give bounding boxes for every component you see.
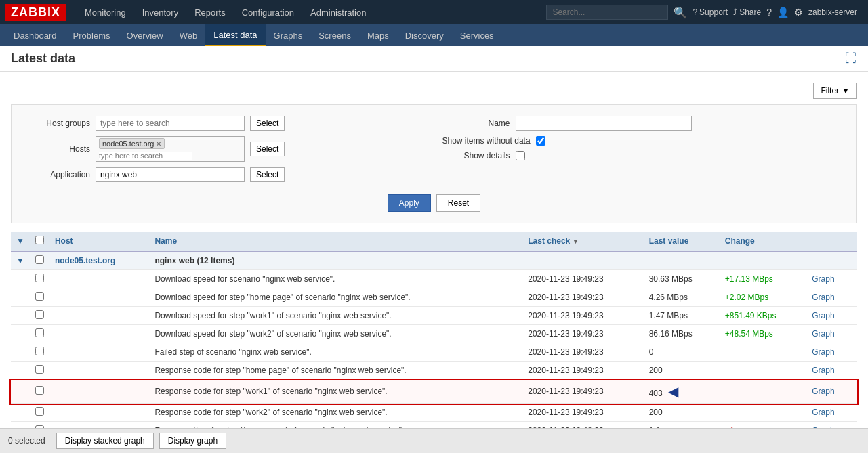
nav-web[interactable]: Web <box>171 24 206 46</box>
row-checkbox[interactable] <box>35 407 44 416</box>
row-graph-link[interactable]: Graph <box>806 404 857 422</box>
row-checkbox[interactable] <box>35 292 44 301</box>
header-host[interactable]: Host <box>49 232 150 251</box>
row-graph-link[interactable]: Graph <box>806 270 857 288</box>
row-graph-link[interactable]: Graph <box>806 288 857 307</box>
data-table: ▼ Host Name Last check ▼ Last value <box>11 232 857 453</box>
display-stacked-graph-button[interactable]: Display stacked graph <box>56 433 154 449</box>
hosts-text-input[interactable] <box>99 152 192 160</box>
graph-link[interactable]: Graph <box>812 274 834 284</box>
application-select-btn[interactable]: Select <box>250 167 285 182</box>
nav-services[interactable]: Services <box>452 24 502 46</box>
header-graph <box>806 232 857 251</box>
graph-link[interactable]: Graph <box>812 311 834 320</box>
host-groups-label: Host groups <box>22 118 90 128</box>
graph-link[interactable]: Graph <box>812 387 834 396</box>
share-link[interactable]: ⤴ Share <box>733 7 761 17</box>
blue-arrow-indicator: ◀ <box>668 384 678 399</box>
host-link[interactable]: node05.test.org <box>55 256 115 265</box>
nav-screens[interactable]: Screens <box>310 24 359 46</box>
row-last-check: 2020-11-23 19:49:23 <box>522 404 643 422</box>
graph-link[interactable]: Graph <box>812 293 834 302</box>
graph-link[interactable]: Graph <box>812 408 834 417</box>
search-input[interactable] <box>546 5 668 20</box>
header-last-value[interactable]: Last value <box>644 232 720 251</box>
header-checkbox-col: ▼ <box>11 232 30 251</box>
row-graph-link[interactable]: Graph <box>806 362 857 380</box>
header-change[interactable]: Change <box>720 232 806 251</box>
group-label: nginx web (12 Items) <box>149 251 857 270</box>
row-graph-link[interactable]: Graph <box>806 380 857 404</box>
row-expand-col <box>11 307 30 325</box>
row-host <box>49 325 150 343</box>
graph-link[interactable]: Graph <box>812 329 834 339</box>
search-icon[interactable]: 🔍 <box>674 6 687 19</box>
show-without-data-checkbox[interactable] <box>536 136 545 146</box>
row-graph-link[interactable]: Graph <box>806 307 857 325</box>
host-tag-remove[interactable]: ✕ <box>156 140 161 148</box>
reset-button[interactable]: Reset <box>436 194 480 212</box>
row-checkbox-col <box>30 307 49 325</box>
row-graph-link[interactable]: Graph <box>806 343 857 362</box>
row-last-check: 2020-11-23 19:49:23 <box>522 380 643 404</box>
nav-problems[interactable]: Problems <box>65 24 119 46</box>
group-expand-icon[interactable]: ▼ <box>16 256 24 265</box>
row-checkbox[interactable] <box>35 386 44 395</box>
nav-inventory[interactable]: Inventory <box>134 0 186 24</box>
host-groups-input[interactable] <box>96 116 245 131</box>
group-host: node05.test.org <box>49 251 150 270</box>
graph-link[interactable]: Graph <box>812 366 834 375</box>
show-details-checkbox[interactable] <box>516 151 525 160</box>
nav-dashboard[interactable]: Dashboard <box>5 24 65 46</box>
settings-icon[interactable]: ⚙ <box>794 7 803 18</box>
row-last-value: 86.16 MBps <box>644 325 720 343</box>
row-checkbox[interactable] <box>35 347 44 355</box>
name-input[interactable] <box>516 116 692 131</box>
nav-graphs[interactable]: Graphs <box>266 24 311 46</box>
row-checkbox-col <box>30 343 49 362</box>
row-checkbox[interactable] <box>35 274 44 282</box>
hosts-select-btn[interactable]: Select <box>250 142 285 156</box>
header-name[interactable]: Name <box>149 232 522 251</box>
select-all-checkbox[interactable] <box>35 236 44 244</box>
user-icon[interactable]: 👤 <box>777 7 789 18</box>
nav-reports[interactable]: Reports <box>186 0 234 24</box>
table-row: Failed step of scenario "nginx web servi… <box>11 343 857 362</box>
row-graph-link[interactable]: Graph <box>806 325 857 343</box>
row-change <box>720 380 806 404</box>
graph-link[interactable]: Graph <box>812 347 834 357</box>
help-icon[interactable]: ? <box>766 7 772 18</box>
row-checkbox[interactable] <box>35 310 44 319</box>
nav-configuration[interactable]: Configuration <box>234 0 302 24</box>
application-input[interactable] <box>96 167 245 182</box>
row-host <box>49 404 150 422</box>
nav-overview[interactable]: Overview <box>119 24 171 46</box>
group-checkbox[interactable] <box>35 255 44 264</box>
row-host <box>49 343 150 362</box>
filter-button[interactable]: Filter ▼ <box>813 83 857 99</box>
apply-button[interactable]: Apply <box>388 194 431 212</box>
nav-latest-data[interactable]: Latest data <box>205 24 265 46</box>
nav-administration[interactable]: Administration <box>302 0 374 24</box>
display-graph-button[interactable]: Display graph <box>159 433 226 449</box>
row-host <box>49 270 150 288</box>
hosts-tag-input[interactable]: node05.test.org ✕ <box>96 136 245 162</box>
row-checkbox[interactable] <box>35 365 44 374</box>
row-last-check: 2020-11-23 19:49:23 <box>522 307 643 325</box>
row-last-value: 0 <box>644 343 720 362</box>
fullscreen-icon[interactable]: ⛶ <box>845 51 857 66</box>
application-field: Application Select <box>22 167 426 182</box>
name-field: Name <box>442 116 846 131</box>
nav-maps[interactable]: Maps <box>359 24 397 46</box>
host-tag: node05.test.org ✕ <box>99 138 165 149</box>
row-checkbox[interactable] <box>35 328 44 337</box>
header-select-all-col <box>30 232 49 251</box>
filter-right: Name Show items without data Show detail… <box>442 116 846 166</box>
header-last-check[interactable]: Last check ▼ <box>522 232 643 251</box>
nav-monitoring[interactable]: Monitoring <box>77 0 134 24</box>
row-expand-col <box>11 362 30 380</box>
support-link[interactable]: ? Support <box>693 7 728 17</box>
nav-discovery[interactable]: Discovery <box>397 24 452 46</box>
row-name: Download speed for step "work2" of scena… <box>149 325 522 343</box>
host-groups-select-btn[interactable]: Select <box>250 116 285 131</box>
